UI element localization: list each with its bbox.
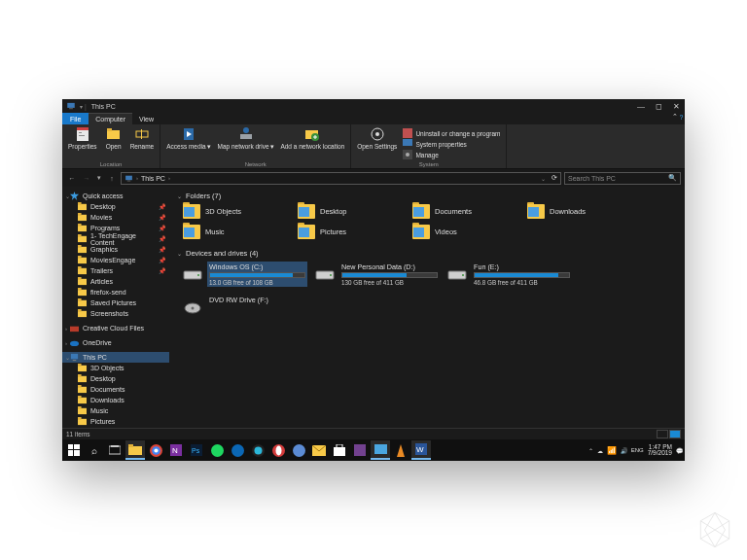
breadcrumb[interactable]: › This PC › ⌄ ⟳ bbox=[121, 172, 561, 185]
tray-overflow-icon[interactable]: ⌃ bbox=[588, 447, 593, 454]
taskbar-edge[interactable] bbox=[228, 440, 247, 460]
taskbar-opera[interactable] bbox=[268, 440, 288, 460]
folder-item[interactable]: 3D Objects bbox=[183, 204, 288, 219]
tiles-view-button[interactable] bbox=[669, 430, 681, 438]
taskbar-vlc[interactable] bbox=[391, 440, 410, 460]
pc-icon bbox=[65, 100, 77, 112]
nav-onedrive[interactable]: ›OneDrive bbox=[62, 337, 169, 348]
network-tray-icon[interactable]: 📶 bbox=[607, 446, 617, 455]
taskbar-app2[interactable] bbox=[289, 440, 308, 460]
nav-item[interactable]: Screenshots bbox=[62, 308, 169, 319]
nav-item[interactable]: Trailers📌 bbox=[62, 265, 169, 276]
svg-rect-19 bbox=[403, 139, 412, 146]
language-tray[interactable]: ENG bbox=[631, 447, 644, 453]
action-center-icon[interactable]: 💬 bbox=[676, 447, 683, 454]
onedrive-tray-icon[interactable]: ☁ bbox=[597, 447, 603, 454]
taskbar-chrome[interactable] bbox=[146, 440, 165, 460]
start-button[interactable] bbox=[64, 440, 84, 460]
svg-rect-7 bbox=[107, 128, 112, 131]
nav-item[interactable]: Pictures bbox=[62, 416, 169, 427]
taskbar-explorer[interactable] bbox=[125, 440, 145, 460]
system-tray[interactable]: ⌃ ☁ 📶 🔊 ENG 1:47 PM 7/9/2019 💬 bbox=[588, 444, 683, 457]
forward-button[interactable]: → bbox=[81, 172, 92, 184]
close-button[interactable]: ✕ bbox=[667, 102, 685, 111]
drive-item[interactable]: Windows OS (C:)13.0 GB free of 108 GB bbox=[183, 262, 307, 287]
folder-item[interactable]: Pictures bbox=[298, 225, 403, 239]
up-button[interactable]: ↑ bbox=[106, 172, 118, 184]
taskbar-mail[interactable] bbox=[309, 440, 329, 460]
folder-item[interactable]: Music bbox=[183, 225, 288, 239]
drives-group-header[interactable]: ⌄Devices and drives (4) bbox=[177, 249, 677, 258]
nav-item[interactable]: Documents bbox=[62, 384, 169, 395]
content-pane[interactable]: ⌄Folders (7) 3D ObjectsDesktopDocumentsD… bbox=[169, 187, 685, 428]
taskbar-app4[interactable] bbox=[371, 440, 390, 460]
folder-item[interactable]: Videos bbox=[412, 225, 517, 239]
taskbar-spotify[interactable] bbox=[207, 440, 227, 460]
nav-item[interactable]: Graphics📌 bbox=[62, 244, 169, 255]
taskbar-onenote[interactable]: N bbox=[166, 440, 186, 460]
nav-item[interactable]: Music bbox=[62, 405, 169, 416]
qa-dropdown[interactable]: ▾ bbox=[80, 103, 83, 110]
properties-button[interactable]: Properties bbox=[66, 126, 99, 161]
map-drive-button[interactable]: Map network drive ▾ bbox=[215, 126, 276, 161]
drive-item[interactable]: Fun (E:)46.8 GB free of 411 GB bbox=[447, 262, 572, 287]
access-media-button[interactable]: Access media ▾ bbox=[164, 126, 213, 161]
back-button[interactable]: ← bbox=[66, 172, 78, 184]
rename-button[interactable]: Rename bbox=[128, 126, 157, 161]
taskbar-word[interactable]: W bbox=[411, 440, 431, 460]
taskbar-app3[interactable] bbox=[350, 440, 370, 460]
refresh-button[interactable]: ⟳ bbox=[551, 174, 557, 182]
taskview-button[interactable] bbox=[105, 440, 124, 460]
uninstall-button[interactable]: Uninstall or change a program bbox=[401, 128, 502, 138]
nav-item[interactable]: Movies📌 bbox=[62, 212, 169, 223]
folder-item[interactable]: Downloads bbox=[527, 204, 632, 219]
folder-item[interactable]: Documents bbox=[412, 204, 517, 219]
minimize-button[interactable]: — bbox=[632, 102, 650, 111]
tab-computer[interactable]: Computer bbox=[89, 113, 132, 124]
navigation-pane[interactable]: ⌄Quick access Desktop📌Movies📌Programs📌1-… bbox=[62, 187, 169, 428]
manage-button[interactable]: Manage bbox=[401, 150, 502, 159]
nav-creative-cloud[interactable]: ›Creative Cloud Files bbox=[62, 323, 169, 333]
open-button[interactable]: Open bbox=[101, 126, 126, 161]
folder-item[interactable]: Desktop bbox=[298, 204, 403, 219]
nav-item[interactable]: Desktop📌 bbox=[62, 201, 169, 212]
clock[interactable]: 1:47 PM 7/9/2019 bbox=[648, 444, 672, 457]
tab-view[interactable]: View bbox=[132, 113, 160, 124]
add-network-location-button[interactable]: Add a network location bbox=[278, 126, 346, 161]
title-bar[interactable]: ▾ | This PC — ◻ ✕ bbox=[62, 99, 685, 113]
nav-quick-access[interactable]: ⌄Quick access bbox=[62, 191, 169, 201]
search-button[interactable]: ⌕ bbox=[85, 440, 104, 460]
svg-rect-79 bbox=[109, 446, 121, 454]
nav-item[interactable]: firefox-send bbox=[62, 287, 169, 298]
drive-item[interactable]: New Personal Data (D:)130 GB free of 411… bbox=[315, 262, 440, 287]
nav-item[interactable]: Articles bbox=[62, 276, 169, 287]
folders-group-header[interactable]: ⌄Folders (7) bbox=[177, 192, 677, 200]
help-icon[interactable]: ？ bbox=[678, 113, 685, 124]
svg-rect-60 bbox=[78, 406, 82, 409]
nav-this-pc[interactable]: ⌄This PC bbox=[62, 352, 169, 363]
volume-tray-icon[interactable]: 🔊 bbox=[621, 447, 627, 454]
nav-item[interactable]: 1- TechEngage Content📌 bbox=[62, 233, 169, 244]
nav-item[interactable]: MoviesEngage📌 bbox=[62, 255, 169, 265]
taskbar-store[interactable] bbox=[330, 440, 349, 460]
nav-item[interactable]: 3D Objects bbox=[62, 363, 169, 373]
breadcrumb-item[interactable]: This PC bbox=[141, 175, 165, 182]
svg-rect-76 bbox=[74, 444, 80, 449]
nav-item[interactable]: Desktop bbox=[62, 373, 169, 384]
history-dropdown[interactable]: ⌄ bbox=[541, 175, 546, 182]
search-input[interactable]: Search This PC 🔍 bbox=[564, 172, 681, 185]
system-properties-button[interactable]: System properties bbox=[401, 139, 502, 149]
tab-file[interactable]: File bbox=[62, 113, 89, 124]
maximize-button[interactable]: ◻ bbox=[650, 102, 667, 111]
svg-rect-39 bbox=[78, 279, 87, 285]
open-settings-button[interactable]: Open Settings bbox=[355, 126, 399, 161]
taskbar-photoshop[interactable]: Ps bbox=[187, 440, 206, 460]
svg-rect-61 bbox=[78, 419, 87, 425]
drive-item[interactable]: DVD RW Drive (F:) bbox=[183, 295, 307, 314]
svg-text:W: W bbox=[416, 445, 424, 454]
taskbar-app1[interactable] bbox=[248, 440, 267, 460]
details-view-button[interactable] bbox=[657, 430, 668, 438]
nav-item[interactable]: Downloads bbox=[62, 395, 169, 405]
recent-dropdown[interactable]: ▾ bbox=[95, 172, 103, 184]
nav-item[interactable]: Saved Pictures bbox=[62, 298, 169, 308]
